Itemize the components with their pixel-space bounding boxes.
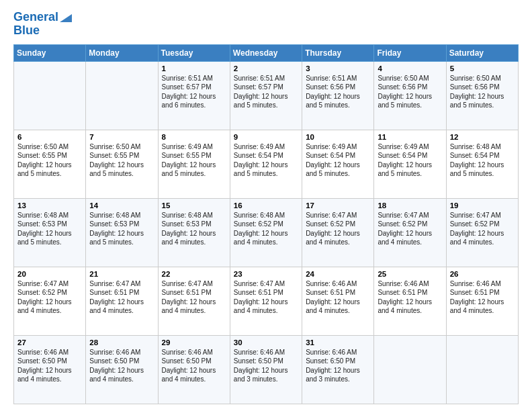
calendar-cell: 31Sunrise: 6:46 AM Sunset: 6:50 PM Dayli… [302, 335, 374, 404]
day-info: Sunrise: 6:48 AM Sunset: 6:53 PM Dayligh… [89, 211, 154, 247]
weekday-header-wednesday: Wednesday [230, 44, 302, 61]
day-number: 7 [89, 133, 154, 141]
calendar-cell: 3Sunrise: 6:51 AM Sunset: 6:56 PM Daylig… [302, 61, 374, 130]
day-info: Sunrise: 6:48 AM Sunset: 6:52 PM Dayligh… [234, 211, 298, 247]
week-row-2: 6Sunrise: 6:50 AM Sunset: 6:55 PM Daylig… [14, 130, 519, 198]
day-info: Sunrise: 6:49 AM Sunset: 6:54 PM Dayligh… [378, 142, 442, 179]
calendar-cell: 22Sunrise: 6:47 AM Sunset: 6:51 PM Dayli… [158, 267, 230, 335]
calendar-cell: 2Sunrise: 6:51 AM Sunset: 6:57 PM Daylig… [230, 61, 302, 130]
calendar-cell: 7Sunrise: 6:50 AM Sunset: 6:55 PM Daylig… [86, 130, 158, 198]
day-info: Sunrise: 6:50 AM Sunset: 6:55 PM Dayligh… [17, 142, 82, 179]
day-number: 28 [89, 338, 154, 347]
day-info: Sunrise: 6:47 AM Sunset: 6:52 PM Dayligh… [450, 211, 515, 247]
calendar-cell: 4Sunrise: 6:50 AM Sunset: 6:56 PM Daylig… [374, 61, 446, 130]
svg-marker-0 [60, 14, 72, 22]
page: General Blue SundayMondayTuesdayWednesda… [0, 0, 532, 411]
day-info: Sunrise: 6:49 AM Sunset: 6:54 PM Dayligh… [234, 142, 298, 179]
day-info: Sunrise: 6:46 AM Sunset: 6:50 PM Dayligh… [306, 348, 370, 384]
day-info: Sunrise: 6:47 AM Sunset: 6:51 PM Dayligh… [89, 279, 154, 316]
day-info: Sunrise: 6:49 AM Sunset: 6:55 PM Dayligh… [162, 142, 226, 179]
calendar-cell [374, 335, 446, 404]
day-info: Sunrise: 6:47 AM Sunset: 6:52 PM Dayligh… [17, 279, 82, 316]
logo-text: General Blue [13, 11, 58, 38]
calendar-cell: 25Sunrise: 6:46 AM Sunset: 6:51 PM Dayli… [374, 267, 446, 335]
week-row-3: 13Sunrise: 6:48 AM Sunset: 6:53 PM Dayli… [14, 198, 519, 267]
calendar-cell: 26Sunrise: 6:46 AM Sunset: 6:51 PM Dayli… [446, 267, 518, 335]
calendar-cell: 24Sunrise: 6:46 AM Sunset: 6:51 PM Dayli… [302, 267, 374, 335]
day-info: Sunrise: 6:51 AM Sunset: 6:57 PM Dayligh… [234, 74, 298, 110]
calendar-cell: 14Sunrise: 6:48 AM Sunset: 6:53 PM Dayli… [86, 198, 158, 267]
calendar-cell: 6Sunrise: 6:50 AM Sunset: 6:55 PM Daylig… [14, 130, 86, 198]
calendar-cell: 21Sunrise: 6:47 AM Sunset: 6:51 PM Dayli… [86, 267, 158, 335]
day-info: Sunrise: 6:51 AM Sunset: 6:56 PM Dayligh… [306, 74, 370, 110]
week-row-5: 27Sunrise: 6:46 AM Sunset: 6:50 PM Dayli… [14, 335, 519, 404]
weekday-header-tuesday: Tuesday [158, 44, 230, 61]
day-number: 6 [17, 133, 82, 141]
day-number: 3 [306, 64, 370, 73]
day-number: 29 [162, 338, 226, 347]
logo: General Blue [13, 11, 72, 38]
day-number: 14 [89, 201, 154, 210]
day-number: 10 [306, 133, 370, 141]
week-row-4: 20Sunrise: 6:47 AM Sunset: 6:52 PM Dayli… [14, 267, 519, 335]
day-number: 9 [234, 133, 298, 141]
weekday-header-row: SundayMondayTuesdayWednesdayThursdayFrid… [14, 44, 519, 61]
day-info: Sunrise: 6:48 AM Sunset: 6:53 PM Dayligh… [162, 211, 226, 247]
day-info: Sunrise: 6:46 AM Sunset: 6:51 PM Dayligh… [450, 279, 515, 316]
day-info: Sunrise: 6:46 AM Sunset: 6:51 PM Dayligh… [306, 279, 370, 316]
day-number: 2 [234, 64, 298, 73]
calendar-cell: 19Sunrise: 6:47 AM Sunset: 6:52 PM Dayli… [446, 198, 518, 267]
day-number: 8 [162, 133, 226, 141]
calendar-cell: 17Sunrise: 6:47 AM Sunset: 6:52 PM Dayli… [302, 198, 374, 267]
week-row-1: 1Sunrise: 6:51 AM Sunset: 6:57 PM Daylig… [14, 61, 519, 130]
day-number: 5 [450, 64, 515, 73]
calendar-cell: 20Sunrise: 6:47 AM Sunset: 6:52 PM Dayli… [14, 267, 86, 335]
day-info: Sunrise: 6:46 AM Sunset: 6:51 PM Dayligh… [378, 279, 442, 316]
day-number: 15 [162, 201, 226, 210]
day-number: 19 [450, 201, 515, 210]
calendar-cell: 11Sunrise: 6:49 AM Sunset: 6:54 PM Dayli… [374, 130, 446, 198]
calendar-cell: 10Sunrise: 6:49 AM Sunset: 6:54 PM Dayli… [302, 130, 374, 198]
day-number: 24 [306, 270, 370, 278]
calendar-cell: 23Sunrise: 6:47 AM Sunset: 6:51 PM Dayli… [230, 267, 302, 335]
day-info: Sunrise: 6:47 AM Sunset: 6:51 PM Dayligh… [234, 279, 298, 316]
day-number: 30 [234, 338, 298, 347]
calendar-table: SundayMondayTuesdayWednesdayThursdayFrid… [13, 44, 519, 404]
day-info: Sunrise: 6:46 AM Sunset: 6:50 PM Dayligh… [162, 348, 226, 384]
calendar-cell: 30Sunrise: 6:46 AM Sunset: 6:50 PM Dayli… [230, 335, 302, 404]
day-number: 11 [378, 133, 442, 141]
logo-icon [60, 13, 72, 23]
day-number: 13 [17, 201, 82, 210]
calendar-cell: 27Sunrise: 6:46 AM Sunset: 6:50 PM Dayli… [14, 335, 86, 404]
calendar-cell: 16Sunrise: 6:48 AM Sunset: 6:52 PM Dayli… [230, 198, 302, 267]
day-number: 20 [17, 270, 82, 278]
calendar-cell [86, 61, 158, 130]
day-info: Sunrise: 6:46 AM Sunset: 6:50 PM Dayligh… [17, 348, 82, 384]
calendar-cell: 15Sunrise: 6:48 AM Sunset: 6:53 PM Dayli… [158, 198, 230, 267]
day-number: 4 [378, 64, 442, 73]
calendar-cell [14, 61, 86, 130]
day-info: Sunrise: 6:47 AM Sunset: 6:51 PM Dayligh… [162, 279, 226, 316]
day-number: 27 [17, 338, 82, 347]
day-info: Sunrise: 6:51 AM Sunset: 6:57 PM Dayligh… [162, 74, 226, 110]
calendar-cell: 8Sunrise: 6:49 AM Sunset: 6:55 PM Daylig… [158, 130, 230, 198]
day-info: Sunrise: 6:48 AM Sunset: 6:53 PM Dayligh… [17, 211, 82, 247]
calendar-cell: 28Sunrise: 6:46 AM Sunset: 6:50 PM Dayli… [86, 335, 158, 404]
header: General Blue [13, 11, 519, 38]
calendar-cell: 13Sunrise: 6:48 AM Sunset: 6:53 PM Dayli… [14, 198, 86, 267]
calendar-cell: 29Sunrise: 6:46 AM Sunset: 6:50 PM Dayli… [158, 335, 230, 404]
weekday-header-monday: Monday [86, 44, 158, 61]
calendar-cell: 12Sunrise: 6:48 AM Sunset: 6:54 PM Dayli… [446, 130, 518, 198]
calendar-cell: 5Sunrise: 6:50 AM Sunset: 6:56 PM Daylig… [446, 61, 518, 130]
day-number: 21 [89, 270, 154, 278]
day-info: Sunrise: 6:49 AM Sunset: 6:54 PM Dayligh… [306, 142, 370, 179]
day-number: 22 [162, 270, 226, 278]
calendar-cell: 18Sunrise: 6:47 AM Sunset: 6:52 PM Dayli… [374, 198, 446, 267]
day-number: 25 [378, 270, 442, 278]
day-info: Sunrise: 6:46 AM Sunset: 6:50 PM Dayligh… [89, 348, 154, 384]
day-number: 23 [234, 270, 298, 278]
weekday-header-friday: Friday [374, 44, 446, 61]
calendar-cell: 1Sunrise: 6:51 AM Sunset: 6:57 PM Daylig… [158, 61, 230, 130]
day-number: 18 [378, 201, 442, 210]
day-number: 31 [306, 338, 370, 347]
